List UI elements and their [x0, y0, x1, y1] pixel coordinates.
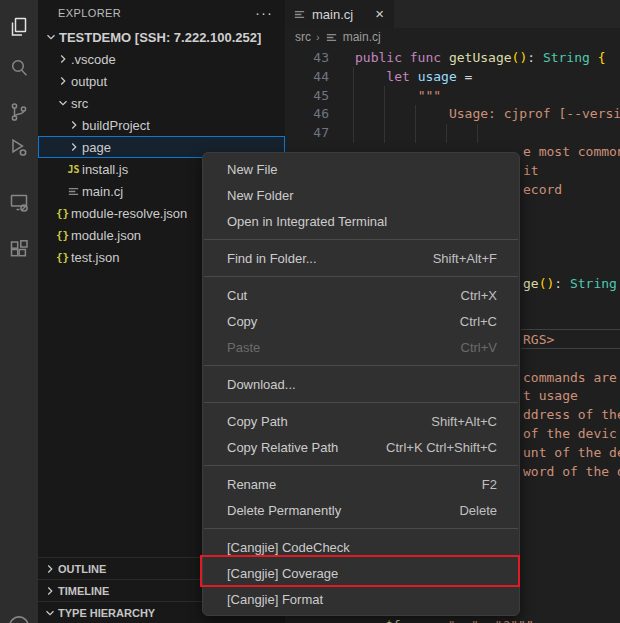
line-number: 47 [285, 123, 329, 142]
breadcrumb-file[interactable]: main.cj [343, 30, 381, 44]
tree-item-label: src [71, 96, 88, 111]
menu-item-cangjie-format[interactable]: [Cangjie] Format [203, 586, 519, 612]
menu-item-label: Download... [227, 377, 497, 392]
menu-item-delete-permanently[interactable]: Delete PermanentlyDelete [203, 497, 519, 523]
tree-item-label: test.json [71, 250, 119, 265]
line-number: 46 [285, 104, 329, 123]
chevron-right-icon [65, 117, 82, 133]
menu-item-label: Rename [227, 477, 482, 492]
menu-item-label: Delete Permanently [227, 503, 459, 518]
menu-item-shortcut: Ctrl+V [461, 340, 497, 355]
tree-item-label: install.js [82, 162, 128, 177]
tree-item-label: module.json [71, 228, 141, 243]
chevron-right-icon [42, 561, 58, 577]
tree-item-label: buildProject [82, 118, 150, 133]
tree-item-buildproject[interactable]: buildProject [38, 114, 285, 136]
code-line: 44 let usage = [285, 67, 620, 86]
menu-item-cangjie-coverage[interactable]: [Cangjie] Coverage [203, 560, 519, 586]
json-file-icon: {} [54, 249, 71, 265]
explorer-icon[interactable] [0, 8, 38, 46]
menu-item-label: Cut [227, 288, 461, 303]
json-file-icon: {} [54, 205, 71, 221]
menu-item-open-in-integrated-terminal[interactable]: Open in Integrated Terminal [203, 208, 519, 234]
menu-item-label: [Cangjie] Format [227, 592, 497, 607]
menu-separator [204, 402, 518, 403]
line-number: 45 [285, 86, 329, 105]
code-fragment: word of the d [523, 462, 620, 481]
section-label: TYPE HIERARCHY [58, 607, 155, 619]
menu-item-new-folder[interactable]: New Folder [203, 182, 519, 208]
breadcrumb-folder[interactable]: src [295, 30, 311, 44]
menu-separator [204, 276, 518, 277]
tree-item-root[interactable]: TESTDEMO [SSH: 7.222.100.252] [38, 26, 285, 48]
tree-item-label: module-resolve.json [71, 206, 187, 221]
activity-bar [0, 0, 38, 623]
chevron-right-icon [42, 583, 58, 599]
chevron-down-icon [42, 29, 59, 45]
run-and-debug-icon[interactable] [0, 129, 38, 167]
code-fragment: unt of the de [523, 443, 620, 462]
menu-item-shortcut: Delete [459, 503, 497, 518]
menu-item-label: Copy [227, 314, 460, 329]
menu-item-rename[interactable]: RenameF2 [203, 471, 519, 497]
menu-item-label: Paste [227, 340, 461, 355]
menu-item-shortcut: Ctrl+K Ctrl+Shift+C [386, 440, 497, 455]
code-line: 45 """ [285, 86, 620, 105]
code-fragment: RGS> [523, 330, 554, 349]
search-icon[interactable] [0, 49, 38, 87]
code-fragment: t usage [523, 386, 578, 405]
menu-item-copy-path[interactable]: Copy PathShift+Alt+C [203, 408, 519, 434]
more-actions-icon[interactable]: ··· [255, 8, 273, 18]
code-fragment-partial: $f ".." "?""" [385, 616, 534, 623]
menu-item-shortcut: Shift+Alt+F [433, 251, 497, 266]
menu-separator [204, 528, 518, 529]
tree-item-output[interactable]: output [38, 70, 285, 92]
menu-item-copy[interactable]: CopyCtrl+C [203, 308, 519, 334]
menu-item-label: New File [227, 162, 497, 177]
workspace-root-label: TESTDEMO [SSH: 7.222.100.252] [59, 30, 261, 45]
chevron-right-icon [54, 73, 71, 89]
tab-main-cj[interactable]: main.cj × [285, 0, 394, 28]
menu-item-label: Copy Path [227, 414, 431, 429]
menu-item-paste: PasteCtrl+V [203, 334, 519, 360]
account-icon[interactable] [0, 606, 38, 623]
chevron-right-icon [54, 51, 71, 67]
cj-file-icon [65, 183, 82, 199]
menu-separator [204, 465, 518, 466]
close-icon[interactable]: × [375, 7, 384, 21]
code-line: 43public func getUsage(): String { [285, 48, 620, 67]
section-label: OUTLINE [58, 563, 106, 575]
menu-item-cut[interactable]: CutCtrl+X [203, 282, 519, 308]
menu-item-label: Copy Relative Path [227, 440, 386, 455]
code-fragment: commands are [523, 368, 617, 387]
json-file-icon: {} [54, 227, 71, 243]
code-line: 47 [285, 123, 620, 142]
menu-item-find-in-folder[interactable]: Find in Folder...Shift+Alt+F [203, 245, 519, 271]
chevron-right-icon [65, 139, 82, 155]
menu-item-cangjie-codecheck[interactable]: [Cangjie] CodeCheck [203, 534, 519, 560]
extensions-icon[interactable] [0, 231, 38, 269]
menu-item-label: Open in Integrated Terminal [227, 214, 497, 229]
menu-item-shortcut: Shift+Alt+C [431, 414, 497, 429]
chevron-down-icon [42, 605, 58, 621]
tab-label: main.cj [312, 7, 353, 22]
menu-item-label: New Folder [227, 188, 497, 203]
tree-item--vscode[interactable]: .vscode [38, 48, 285, 70]
tree-item-src[interactable]: src [38, 92, 285, 114]
menu-item-new-file[interactable]: New File [203, 156, 519, 182]
code-fragment: it [523, 161, 539, 180]
menu-item-download[interactable]: Download... [203, 371, 519, 397]
source-control-icon[interactable] [0, 93, 38, 131]
tree-item-label: page [82, 140, 111, 155]
code-fragment: ge(): String [523, 274, 617, 293]
code-line: 46 Usage: cjprof [--version [285, 104, 620, 123]
remote-explorer-icon[interactable] [0, 184, 38, 222]
cj-file-icon [293, 8, 306, 21]
line-number: 44 [285, 67, 329, 86]
menu-item-shortcut: Ctrl+C [460, 314, 497, 329]
menu-item-copy-relative-path[interactable]: Copy Relative PathCtrl+K Ctrl+Shift+C [203, 434, 519, 460]
menu-item-shortcut: Ctrl+X [461, 288, 497, 303]
code-fragment: of the devic [523, 424, 617, 443]
menu-item-label: [Cangjie] Coverage [227, 566, 497, 581]
js-file-icon: JS [65, 161, 82, 177]
